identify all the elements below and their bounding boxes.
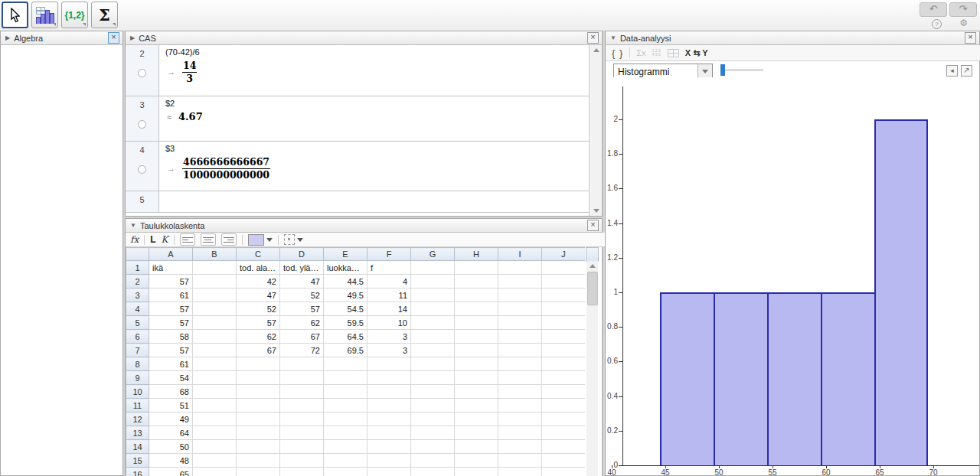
sheet-cell[interactable]: 4 bbox=[368, 275, 411, 289]
sheet-cell[interactable]: 52 bbox=[237, 302, 280, 316]
sheet-cell[interactable] bbox=[455, 454, 498, 468]
cas-cell[interactable] bbox=[159, 191, 589, 212]
sheet-cell[interactable] bbox=[498, 426, 542, 440]
sheet-column-header[interactable]: H bbox=[455, 248, 498, 261]
function-fx-button[interactable]: fx bbox=[130, 234, 139, 245]
sheet-cell[interactable] bbox=[368, 426, 411, 440]
sheet-cell[interactable] bbox=[237, 357, 280, 371]
sheet-cell[interactable]: 14 bbox=[368, 302, 411, 316]
scroll-up-icon[interactable] bbox=[593, 48, 599, 52]
sheet-cell[interactable] bbox=[193, 399, 237, 412]
sheet-cell[interactable] bbox=[193, 357, 237, 371]
close-icon[interactable]: × bbox=[587, 220, 599, 231]
sheet-cell[interactable] bbox=[324, 454, 368, 468]
sheet-row-header[interactable]: 6 bbox=[126, 330, 149, 344]
italic-button[interactable]: K bbox=[162, 234, 168, 245]
histogram-plot[interactable]: 00.20.40.60.811.21.41.61.824045505560657… bbox=[606, 77, 979, 475]
sheet-cell[interactable] bbox=[542, 440, 586, 454]
cas-cell[interactable]: (70-42)/6→143 bbox=[159, 45, 589, 96]
sheet-row-header[interactable]: 4 bbox=[126, 302, 149, 316]
sheet-cell[interactable] bbox=[411, 261, 455, 275]
sheet-row-header[interactable]: 10 bbox=[126, 385, 149, 399]
sheet-cell[interactable] bbox=[237, 426, 280, 440]
sheet-cell[interactable]: 42 bbox=[237, 275, 280, 289]
sheet-cell[interactable] bbox=[193, 275, 237, 289]
sheet-cell[interactable]: 68 bbox=[149, 385, 193, 399]
cas-row-radio-icon[interactable] bbox=[138, 69, 146, 77]
algebra-panel-content[interactable] bbox=[1, 45, 122, 475]
selection-braces-icon[interactable]: { } bbox=[612, 47, 623, 59]
cas-cell[interactable]: $2≈4.67 bbox=[159, 96, 589, 141]
sheet-row-header[interactable]: 12 bbox=[126, 412, 149, 426]
sheet-cell[interactable] bbox=[280, 440, 324, 454]
sheet-cell[interactable] bbox=[498, 275, 542, 289]
sheet-cell[interactable]: 61 bbox=[149, 357, 193, 371]
sheet-cell[interactable]: 61 bbox=[149, 289, 193, 302]
sheet-cell[interactable] bbox=[455, 412, 498, 426]
close-icon[interactable]: × bbox=[587, 32, 599, 44]
sheet-column-header[interactable]: B bbox=[193, 248, 237, 261]
sheet-cell[interactable] bbox=[411, 426, 455, 440]
sheet-cell[interactable] bbox=[498, 412, 542, 426]
sheet-cell[interactable]: 72 bbox=[280, 344, 324, 357]
sheet-cell[interactable] bbox=[324, 440, 368, 454]
sheet-cell[interactable]: 57 bbox=[237, 316, 280, 330]
sheet-cell[interactable] bbox=[280, 454, 324, 468]
sheet-cell[interactable] bbox=[498, 344, 542, 357]
cas-row-radio-icon[interactable] bbox=[138, 120, 146, 129]
sheet-cell[interactable]: 48 bbox=[149, 454, 193, 468]
sheet-cell[interactable] bbox=[324, 357, 368, 371]
sheet-cell[interactable] bbox=[193, 412, 237, 426]
sheet-row-header[interactable]: 15 bbox=[126, 454, 149, 468]
sheet-cell[interactable] bbox=[324, 399, 368, 412]
sheet-cell[interactable] bbox=[280, 426, 324, 440]
sheet-column-header[interactable]: A bbox=[149, 248, 193, 261]
sheet-cell[interactable]: ikä bbox=[149, 261, 193, 275]
sheet-cell[interactable]: 3 bbox=[368, 344, 411, 357]
sheet-cell[interactable] bbox=[411, 399, 455, 412]
sheet-cell[interactable]: 47 bbox=[237, 289, 280, 302]
sheet-cell[interactable] bbox=[324, 371, 368, 385]
bin-width-slider[interactable] bbox=[720, 69, 763, 71]
sheet-cell[interactable] bbox=[193, 371, 237, 385]
frequency-table-icon[interactable] bbox=[668, 49, 679, 57]
sheet-cell[interactable]: 3 bbox=[368, 330, 411, 344]
sheet-cell[interactable]: 49 bbox=[149, 412, 193, 426]
sheet-cell[interactable] bbox=[498, 468, 542, 476]
sheet-cell[interactable] bbox=[193, 440, 237, 454]
sheet-cell[interactable] bbox=[237, 440, 280, 454]
sheet-cell[interactable] bbox=[542, 399, 586, 412]
sheet-cell[interactable] bbox=[498, 316, 542, 330]
sheet-row-header[interactable]: 8 bbox=[126, 357, 149, 371]
sheet-cell[interactable] bbox=[455, 371, 498, 385]
sheet-cell[interactable] bbox=[542, 344, 586, 357]
sheet-cell[interactable] bbox=[498, 261, 542, 275]
sheet-cell[interactable] bbox=[193, 261, 237, 275]
cas-row[interactable]: 5 bbox=[126, 191, 589, 213]
move-tool-button[interactable] bbox=[2, 2, 28, 28]
sheet-cell[interactable] bbox=[411, 289, 455, 302]
sheet-cell[interactable] bbox=[455, 468, 498, 476]
sheet-row-header[interactable]: 16 bbox=[126, 468, 149, 476]
sheet-cell[interactable] bbox=[498, 371, 542, 385]
close-icon[interactable]: × bbox=[965, 32, 976, 44]
sheet-column-header[interactable]: J bbox=[542, 248, 586, 261]
sheet-cell[interactable] bbox=[193, 344, 237, 357]
one-variable-analysis-tool-button[interactable] bbox=[31, 2, 58, 28]
sheet-row-header[interactable]: 7 bbox=[126, 344, 149, 357]
sheet-row-header[interactable]: 5 bbox=[126, 316, 149, 330]
sheet-column-header[interactable]: D bbox=[280, 248, 324, 261]
sheet-cell[interactable]: 54.5 bbox=[324, 302, 368, 316]
sheet-cell[interactable] bbox=[368, 412, 411, 426]
sheet-cell[interactable] bbox=[455, 440, 498, 454]
sheet-cell[interactable]: 67 bbox=[280, 330, 324, 344]
align-center-icon[interactable] bbox=[201, 233, 216, 246]
sheet-cell[interactable] bbox=[542, 385, 586, 399]
bold-button[interactable]: L bbox=[150, 234, 155, 245]
sheet-cell[interactable]: tod. yläraja bbox=[280, 261, 324, 275]
cas-row[interactable]: 3$2≈4.67 bbox=[126, 96, 589, 142]
sheet-cell[interactable]: 67 bbox=[237, 344, 280, 357]
export-icon[interactable]: ↗ bbox=[961, 65, 972, 77]
swap-axes-icon[interactable]: X ⇆ Y bbox=[685, 48, 708, 58]
sheet-cell[interactable] bbox=[455, 330, 498, 344]
